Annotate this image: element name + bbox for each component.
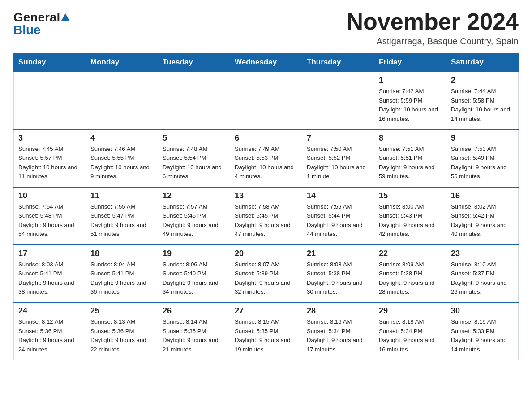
calendar-day-11: 11Sunrise: 7:55 AMSunset: 5:47 PMDayligh… (86, 187, 158, 245)
day-info: Sunrise: 7:59 AMSunset: 5:44 PMDaylight:… (307, 202, 369, 239)
weekday-header-sunday: Sunday (14, 53, 86, 72)
calendar-day-22: 22Sunrise: 8:09 AMSunset: 5:38 PMDayligh… (374, 245, 446, 303)
weekday-header-saturday: Saturday (446, 53, 519, 72)
calendar-day-30: 30Sunrise: 8:19 AMSunset: 5:33 PMDayligh… (446, 302, 519, 360)
day-info: Sunrise: 7:46 AMSunset: 5:55 PMDaylight:… (90, 145, 153, 181)
day-info: Sunrise: 7:57 AMSunset: 5:46 PMDaylight:… (163, 202, 225, 239)
day-info: Sunrise: 8:08 AMSunset: 5:38 PMDaylight:… (307, 260, 369, 297)
day-info: Sunrise: 8:10 AMSunset: 5:37 PMDaylight:… (451, 260, 514, 297)
calendar-day-29: 29Sunrise: 8:18 AMSunset: 5:34 PMDayligh… (374, 302, 446, 360)
day-info: Sunrise: 7:51 AMSunset: 5:51 PMDaylight:… (379, 145, 442, 181)
day-number: 10 (18, 191, 81, 201)
calendar-header-row: SundayMondayTuesdayWednesdayThursdayFrid… (14, 53, 519, 72)
day-info: Sunrise: 8:09 AMSunset: 5:38 PMDaylight:… (379, 260, 442, 297)
calendar-day-14: 14Sunrise: 7:59 AMSunset: 5:44 PMDayligh… (302, 187, 374, 245)
title-section: November 2024 Astigarraga, Basque Countr… (347, 9, 519, 47)
day-info: Sunrise: 8:18 AMSunset: 5:34 PMDaylight:… (379, 317, 442, 354)
day-number: 29 (379, 306, 442, 316)
day-info: Sunrise: 8:04 AMSunset: 5:41 PMDaylight:… (90, 260, 153, 297)
calendar-empty-cell (302, 72, 374, 129)
day-info: Sunrise: 8:02 AMSunset: 5:42 PMDaylight:… (451, 202, 514, 239)
calendar-day-18: 18Sunrise: 8:04 AMSunset: 5:41 PMDayligh… (86, 245, 158, 303)
calendar-day-17: 17Sunrise: 8:03 AMSunset: 5:41 PMDayligh… (14, 245, 86, 303)
calendar-day-4: 4Sunrise: 7:46 AMSunset: 5:55 PMDaylight… (86, 129, 158, 187)
day-number: 27 (235, 306, 297, 316)
calendar-day-23: 23Sunrise: 8:10 AMSunset: 5:37 PMDayligh… (446, 245, 519, 303)
day-info: Sunrise: 7:55 AMSunset: 5:47 PMDaylight:… (90, 202, 153, 239)
day-number: 14 (307, 191, 369, 201)
calendar-empty-cell (230, 72, 302, 129)
calendar-day-28: 28Sunrise: 8:16 AMSunset: 5:34 PMDayligh… (302, 302, 374, 360)
day-number: 25 (90, 306, 153, 316)
logo-general: General (13, 11, 60, 24)
calendar-day-3: 3Sunrise: 7:45 AMSunset: 5:57 PMDaylight… (14, 129, 86, 187)
day-number: 30 (451, 306, 514, 316)
calendar-day-2: 2Sunrise: 7:44 AMSunset: 5:58 PMDaylight… (446, 72, 519, 129)
day-info: Sunrise: 7:42 AMSunset: 5:59 PMDaylight:… (379, 87, 442, 124)
day-info: Sunrise: 7:53 AMSunset: 5:49 PMDaylight:… (451, 145, 514, 181)
calendar-day-19: 19Sunrise: 8:06 AMSunset: 5:40 PMDayligh… (158, 245, 230, 303)
calendar-day-20: 20Sunrise: 8:07 AMSunset: 5:39 PMDayligh… (230, 245, 302, 303)
day-number: 12 (163, 191, 225, 201)
calendar-day-15: 15Sunrise: 8:00 AMSunset: 5:43 PMDayligh… (374, 187, 446, 245)
day-info: Sunrise: 8:03 AMSunset: 5:41 PMDaylight:… (18, 260, 81, 297)
day-number: 7 (307, 133, 369, 143)
calendar-day-6: 6Sunrise: 7:49 AMSunset: 5:53 PMDaylight… (230, 129, 302, 187)
calendar-week-row: 10Sunrise: 7:54 AMSunset: 5:48 PMDayligh… (14, 187, 519, 245)
day-info: Sunrise: 8:15 AMSunset: 5:35 PMDaylight:… (235, 317, 297, 354)
calendar-empty-cell (158, 72, 230, 129)
day-number: 6 (235, 133, 297, 143)
calendar-day-1: 1Sunrise: 7:42 AMSunset: 5:59 PMDaylight… (374, 72, 446, 129)
day-info: Sunrise: 7:44 AMSunset: 5:58 PMDaylight:… (451, 87, 514, 124)
calendar-week-row: 3Sunrise: 7:45 AMSunset: 5:57 PMDaylight… (14, 129, 519, 187)
calendar-week-row: 17Sunrise: 8:03 AMSunset: 5:41 PMDayligh… (14, 245, 519, 303)
day-info: Sunrise: 7:54 AMSunset: 5:48 PMDaylight:… (18, 202, 81, 239)
calendar-day-5: 5Sunrise: 7:48 AMSunset: 5:54 PMDaylight… (158, 129, 230, 187)
day-number: 5 (163, 133, 225, 143)
weekday-header-wednesday: Wednesday (230, 53, 302, 72)
day-number: 17 (18, 249, 81, 258)
day-number: 28 (307, 306, 369, 316)
day-number: 22 (379, 249, 442, 258)
day-info: Sunrise: 8:12 AMSunset: 5:36 PMDaylight:… (18, 317, 81, 354)
calendar-day-12: 12Sunrise: 7:57 AMSunset: 5:46 PMDayligh… (158, 187, 230, 245)
logo: General Blue (13, 9, 70, 36)
calendar-week-row: 1Sunrise: 7:42 AMSunset: 5:59 PMDaylight… (14, 72, 519, 129)
calendar-day-13: 13Sunrise: 7:58 AMSunset: 5:45 PMDayligh… (230, 187, 302, 245)
weekday-header-thursday: Thursday (302, 53, 374, 72)
day-number: 13 (235, 191, 297, 201)
weekday-header-monday: Monday (86, 53, 158, 72)
day-number: 19 (163, 249, 225, 258)
page-header: General Blue November 2024 Astigarraga, … (13, 9, 519, 47)
calendar-day-8: 8Sunrise: 7:51 AMSunset: 5:51 PMDaylight… (374, 129, 446, 187)
day-number: 1 (379, 76, 442, 85)
day-info: Sunrise: 8:14 AMSunset: 5:35 PMDaylight:… (163, 317, 225, 354)
calendar-day-25: 25Sunrise: 8:13 AMSunset: 5:36 PMDayligh… (86, 302, 158, 360)
day-number: 9 (451, 133, 514, 143)
day-info: Sunrise: 7:49 AMSunset: 5:53 PMDaylight:… (235, 145, 297, 181)
day-info: Sunrise: 8:19 AMSunset: 5:33 PMDaylight:… (451, 317, 514, 354)
calendar-day-24: 24Sunrise: 8:12 AMSunset: 5:36 PMDayligh… (14, 302, 86, 360)
day-number: 26 (163, 306, 225, 316)
weekday-header-friday: Friday (374, 53, 446, 72)
calendar: SundayMondayTuesdayWednesdayThursdayFrid… (13, 53, 519, 360)
day-number: 20 (235, 249, 297, 258)
day-info: Sunrise: 8:06 AMSunset: 5:40 PMDaylight:… (163, 260, 225, 297)
calendar-empty-cell (86, 72, 158, 129)
day-number: 2 (451, 76, 514, 85)
day-number: 24 (18, 306, 81, 316)
logo-blue: Blue (13, 24, 41, 36)
location: Astigarraga, Basque Country, Spain (347, 36, 519, 47)
day-info: Sunrise: 7:48 AMSunset: 5:54 PMDaylight:… (163, 145, 225, 181)
day-info: Sunrise: 7:50 AMSunset: 5:52 PMDaylight:… (307, 145, 369, 181)
day-info: Sunrise: 8:07 AMSunset: 5:39 PMDaylight:… (235, 260, 297, 297)
day-number: 15 (379, 191, 442, 201)
logo-triangle-icon (61, 13, 70, 21)
calendar-week-row: 24Sunrise: 8:12 AMSunset: 5:36 PMDayligh… (14, 302, 519, 360)
calendar-day-26: 26Sunrise: 8:14 AMSunset: 5:35 PMDayligh… (158, 302, 230, 360)
day-number: 4 (90, 133, 153, 143)
day-info: Sunrise: 8:13 AMSunset: 5:36 PMDaylight:… (90, 317, 153, 354)
calendar-day-27: 27Sunrise: 8:15 AMSunset: 5:35 PMDayligh… (230, 302, 302, 360)
calendar-day-9: 9Sunrise: 7:53 AMSunset: 5:49 PMDaylight… (446, 129, 519, 187)
day-number: 11 (90, 191, 153, 201)
